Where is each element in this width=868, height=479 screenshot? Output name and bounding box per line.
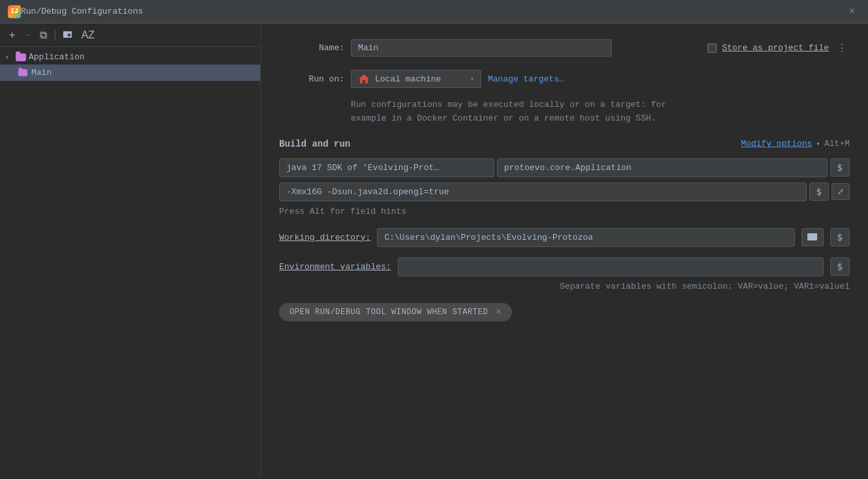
- chevron-down-icon: ▾: [5, 53, 13, 61]
- run-on-label: Run on:: [279, 74, 344, 84]
- main-class-field[interactable]: protoevo.core.Application: [497, 158, 828, 177]
- working-dir-dollar-button[interactable]: $: [830, 228, 850, 246]
- name-row: Name: Store as project file ⋮: [279, 39, 850, 57]
- copy-config-button[interactable]: ⧉: [37, 29, 50, 42]
- section-title: Build and run: [279, 139, 350, 149]
- svg-rect-1: [63, 31, 67, 33]
- name-label: Name:: [279, 43, 344, 53]
- remove-config-button[interactable]: −: [22, 29, 33, 42]
- modify-chevron-icon: ▾: [816, 139, 820, 148]
- title-bar: IJ Run/Debug Configurations ×: [0, 0, 868, 23]
- store-project-checkbox[interactable]: [708, 44, 717, 53]
- store-options-button[interactable]: ⋮: [834, 42, 850, 55]
- svg-rect-6: [807, 233, 811, 235]
- sidebar-tree: ▾ Application Main: [0, 47, 260, 479]
- close-button[interactable]: ×: [843, 3, 860, 20]
- badge-close-button[interactable]: ×: [496, 307, 501, 317]
- working-dir-input[interactable]: [377, 228, 794, 247]
- modify-shortcut-label: Alt+M: [824, 139, 850, 149]
- working-dir-row: Working directory: $: [279, 228, 850, 247]
- build-run-header: Build and run Modify options ▾ Alt+M: [279, 139, 850, 149]
- tool-window-badge-container: OPEN RUN/DEBUG TOOL WINDOW WHEN STARTED …: [279, 303, 850, 321]
- sidebar-item-main[interactable]: Main: [0, 65, 260, 81]
- run-on-row: Run on: Local machine ▾ Manage targets…: [279, 70, 850, 88]
- sidebar: + − ⧉ AZ ▾ Application: [0, 23, 261, 479]
- group-label: Application: [29, 52, 85, 62]
- folder-icon: [16, 53, 26, 61]
- vm-options-row: -Xmx16G -Dsun.java2d.opengl=true $ ⤢: [279, 182, 850, 201]
- main-class-dollar-button[interactable]: $: [830, 158, 850, 177]
- store-project-row: Store as project file ⋮: [708, 42, 850, 55]
- working-dir-label: Working directory:: [279, 233, 370, 242]
- app-logo: IJ: [8, 5, 21, 18]
- working-dir-folder-button[interactable]: [801, 228, 824, 246]
- sdk-dropdown[interactable]: java 17 SDK of 'Evolving-Prot…: [279, 158, 494, 177]
- vm-dollar-button[interactable]: $: [809, 182, 829, 201]
- run-on-hint: Run configurations may be executed local…: [351, 98, 850, 126]
- modify-options-group: Modify options ▾ Alt+M: [741, 139, 850, 149]
- env-vars-input[interactable]: [398, 257, 824, 276]
- item-folder-icon: [18, 69, 27, 76]
- run-on-dropdown[interactable]: Local machine ▾: [351, 70, 481, 88]
- env-dollar-button[interactable]: $: [830, 257, 850, 276]
- group-header-application[interactable]: ▾ Application: [0, 50, 260, 65]
- local-machine-icon: [358, 73, 370, 85]
- separator: [55, 30, 55, 40]
- sort-button[interactable]: AZ: [79, 29, 97, 42]
- item-label: Main: [31, 68, 52, 78]
- add-config-button[interactable]: +: [7, 29, 18, 42]
- svg-marker-4: [359, 74, 369, 83]
- window-title: Run/Debug Configurations: [21, 7, 843, 16]
- env-hint: Separate variables with semicolon: VAR=v…: [279, 282, 850, 291]
- sidebar-toolbar: + − ⧉ AZ: [0, 23, 260, 47]
- name-input[interactable]: [351, 39, 612, 57]
- env-vars-row: Environment variables: $: [279, 257, 850, 276]
- dropdown-arrow-icon: ▾: [470, 75, 474, 83]
- field-hint: Press Alt for field hints: [279, 207, 850, 216]
- manage-targets-link[interactable]: Manage targets…: [488, 74, 564, 84]
- vm-expand-button[interactable]: ⤢: [831, 183, 850, 200]
- tool-window-badge: OPEN RUN/DEBUG TOOL WINDOW WHEN STARTED …: [279, 303, 512, 321]
- new-folder-button[interactable]: [61, 28, 75, 42]
- modify-options-link[interactable]: Modify options: [741, 139, 812, 149]
- env-vars-label: Environment variables:: [279, 262, 391, 272]
- sdk-main-class-row: java 17 SDK of 'Evolving-Prot… protoevo.…: [279, 158, 850, 177]
- store-project-label: Store as project file: [722, 43, 829, 53]
- vm-options-field[interactable]: -Xmx16G -Dsun.java2d.opengl=true: [279, 182, 807, 201]
- main-container: + − ⧉ AZ ▾ Application: [0, 23, 868, 479]
- svg-rect-3: [68, 33, 70, 37]
- badge-label: OPEN RUN/DEBUG TOOL WINDOW WHEN STARTED: [290, 308, 488, 317]
- config-content: Name: Store as project file ⋮ Run on: Lo…: [261, 23, 868, 479]
- run-on-value: Local machine: [375, 74, 465, 84]
- config-group: ▾ Application Main: [0, 50, 260, 81]
